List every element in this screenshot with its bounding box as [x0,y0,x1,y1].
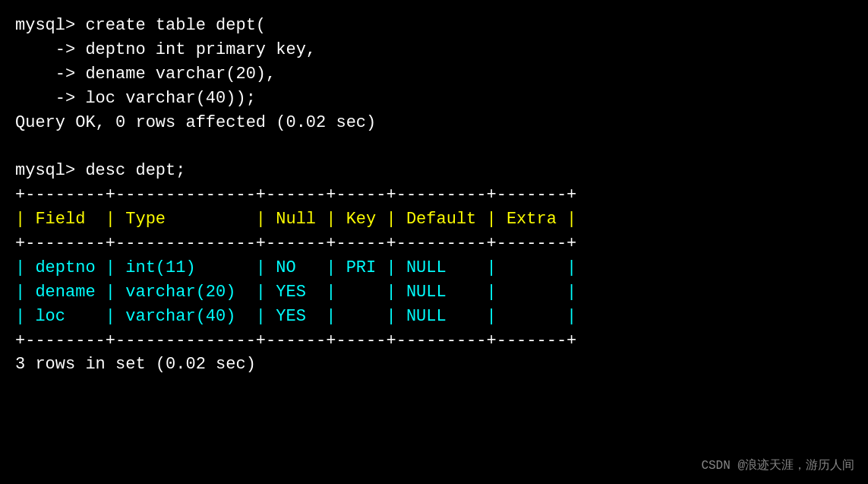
border-mid: +--------+--------------+------+-----+--… [15,234,576,253]
border-top: +--------+--------------+------+-----+--… [15,185,576,204]
data-deptno-row: | deptno | int(11) | NO | PRI | NULL | | [15,258,576,277]
line2: -> deptno int primary key, [15,40,316,59]
terminal-window: mysql> create table dept( -> deptno int … [0,0,868,484]
header-row: | Field | Type | Null | Key | Default | … [15,210,576,229]
rows-in-set-line: 3 rows in set (0.02 sec) [15,355,256,374]
border-bot: +--------+--------------+------+-----+--… [15,331,576,350]
line4: -> loc varchar(40)); [15,89,256,108]
create-cmd-line: mysql> create table dept( [15,16,266,35]
watermark: CSDN @浪迹天涯，游历人间 [701,457,854,475]
data-loc-row: | loc | varchar(40) | YES | | NULL | | [15,307,576,326]
line3: -> dename varchar(20), [15,65,276,84]
data-dename-row: | dename | varchar(20) | YES | | NULL | … [15,283,576,302]
query-ok-line: Query OK, 0 rows affected (0.02 sec) [15,113,376,132]
desc-cmd-line: mysql> desc dept; [15,161,185,180]
terminal-content: mysql> create table dept( -> deptno int … [15,14,853,377]
